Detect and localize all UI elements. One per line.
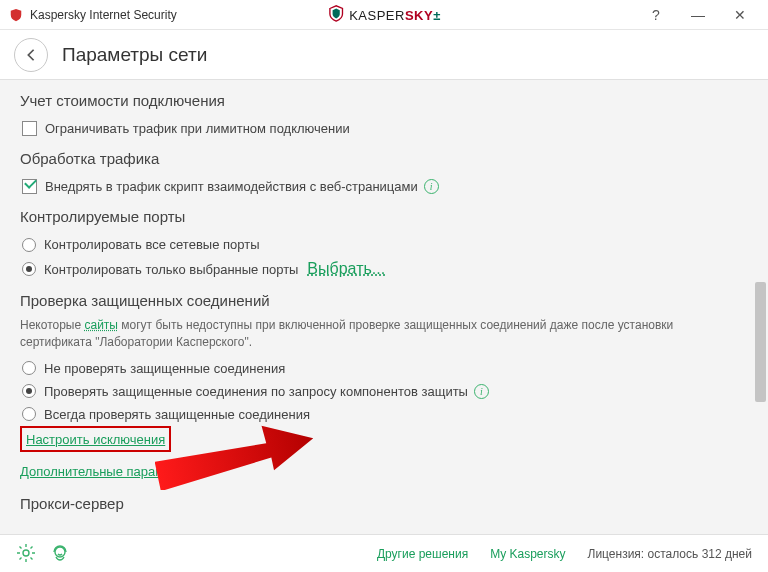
info-icon[interactable]: i — [424, 179, 439, 194]
back-button[interactable] — [14, 38, 48, 72]
ports-selected-label: Контролировать только выбранные порты — [44, 262, 298, 277]
ports-all-label: Контролировать все сетевые порты — [44, 237, 260, 252]
section-cost-title: Учет стоимости подключения — [20, 92, 748, 109]
secure-none-label: Не проверять защищенные соединения — [44, 361, 285, 376]
window-header: Kaspersky Internet Security KASPERSKY± ?… — [0, 0, 768, 30]
ports-selected-radio[interactable] — [22, 262, 36, 276]
page-header: Параметры сети — [0, 30, 768, 80]
section-ports-title: Контролируемые порты — [20, 208, 748, 225]
secure-none-radio[interactable] — [22, 361, 36, 375]
secure-always-label: Всегда проверять защищенные соединения — [44, 407, 310, 422]
content-panel: Учет стоимости подключения Ограничивать … — [0, 80, 768, 535]
configure-exclusions-link[interactable]: Настроить исключения — [26, 432, 165, 447]
help-button[interactable]: ? — [646, 5, 666, 25]
limit-traffic-checkbox[interactable] — [22, 121, 37, 136]
brand-symbol: ± — [433, 8, 441, 23]
my-kaspersky-link[interactable]: My Kaspersky — [490, 547, 565, 561]
svg-point-1 — [23, 550, 29, 556]
section-traffic-title: Обработка трафика — [20, 150, 748, 167]
license-status[interactable]: Лицензия: осталось 312 дней — [588, 547, 752, 561]
kaspersky-logo-icon — [327, 4, 345, 26]
sites-link[interactable]: сайты — [84, 318, 118, 332]
info-icon[interactable]: i — [474, 384, 489, 399]
inject-script-label: Внедрять в трафик скрипт взаимодействия … — [45, 179, 418, 194]
secure-request-radio[interactable] — [22, 384, 36, 398]
minimize-button[interactable]: ― — [688, 5, 708, 25]
page-title: Параметры сети — [62, 44, 207, 66]
additional-params-link[interactable]: Дополнительные параметры — [20, 464, 748, 479]
app-icon — [8, 7, 24, 23]
secure-always-radio[interactable] — [22, 407, 36, 421]
secure-request-label: Проверять защищенные соединения по запро… — [44, 384, 468, 399]
section-proxy-title: Прокси-сервер — [20, 495, 748, 512]
section-secure-title: Проверка защищенных соединений — [20, 292, 748, 309]
brand-logo: KASPERSKY± — [327, 4, 441, 26]
window-title: Kaspersky Internet Security — [30, 8, 177, 22]
select-ports-link[interactable]: Выбрать... — [307, 260, 385, 278]
limit-traffic-label: Ограничивать трафик при лимитном подключ… — [45, 121, 350, 136]
secure-description: Некоторые сайты могут быть недоступны пр… — [20, 317, 748, 351]
footer: Другие решения My Kaspersky Лицензия: ос… — [0, 536, 768, 572]
close-button[interactable]: ✕ — [730, 5, 750, 25]
ports-all-radio[interactable] — [22, 238, 36, 252]
brand-wordmark-a: KASPER — [349, 8, 405, 23]
highlight-box: Настроить исключения — [20, 426, 171, 452]
inject-script-checkbox[interactable] — [22, 179, 37, 194]
scrollbar[interactable] — [755, 82, 766, 522]
scrollbar-thumb[interactable] — [755, 282, 766, 402]
support-icon[interactable] — [50, 543, 72, 565]
settings-gear-icon[interactable] — [16, 543, 38, 565]
brand-wordmark-b: SKY — [405, 8, 433, 23]
other-solutions-link[interactable]: Другие решения — [377, 547, 468, 561]
